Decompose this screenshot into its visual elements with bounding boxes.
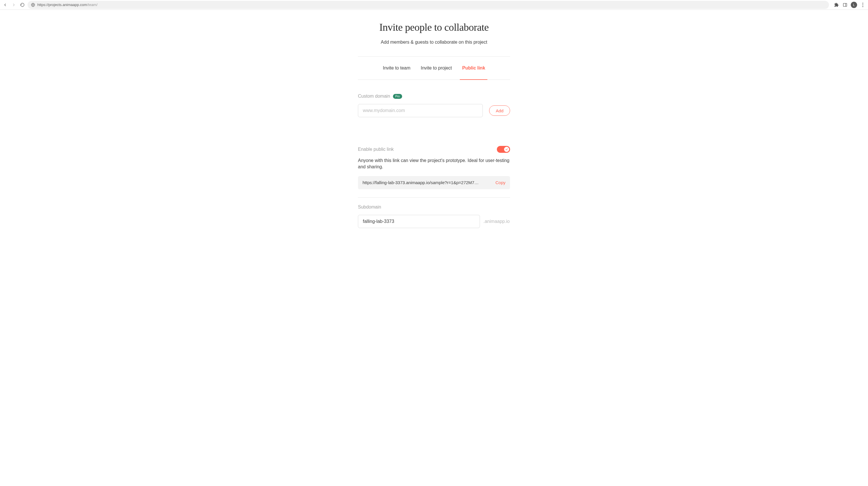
page-content: Invite people to collaborate Add members… (358, 10, 510, 245)
public-link-section: Enable public link Anyone with this link… (358, 146, 510, 228)
public-link-toggle[interactable] (497, 146, 510, 153)
globe-icon (31, 3, 35, 7)
custom-domain-section: Custom domain Pro Add (358, 94, 510, 117)
check-icon (505, 148, 508, 151)
extensions-icon[interactable] (834, 2, 839, 8)
custom-domain-input-row: Add (358, 104, 510, 117)
reload-icon (20, 3, 25, 7)
public-link-description: Anyone with this link can view the proje… (358, 158, 510, 170)
page-title: Invite people to collaborate (358, 21, 510, 33)
subdomain-suffix: .animaapp.io (484, 219, 510, 224)
divider (358, 197, 510, 198)
back-icon (3, 3, 7, 7)
address-bar[interactable]: https://projects.animaapp.com/team/ (28, 1, 829, 9)
panel-icon[interactable] (842, 2, 848, 8)
copy-button[interactable]: Copy (495, 180, 505, 185)
custom-domain-input[interactable] (358, 104, 483, 117)
svg-point-7 (863, 6, 863, 7)
menu-icon[interactable] (860, 2, 866, 8)
public-link-box: https://falling-lab-3373.animaapp.io/sam… (358, 176, 510, 189)
nav-buttons (2, 2, 25, 8)
add-button[interactable]: Add (489, 106, 510, 116)
svg-point-6 (863, 4, 863, 5)
subdomain-input[interactable] (358, 215, 480, 228)
back-button[interactable] (2, 2, 8, 8)
forward-icon (11, 3, 16, 7)
url-text: https://projects.animaapp.com/team/ (37, 3, 98, 7)
forward-button[interactable] (11, 2, 17, 8)
tab-bar: Invite to team Invite to project Public … (358, 56, 510, 80)
enable-public-link-row: Enable public link (358, 146, 510, 153)
profile-avatar[interactable]: L (851, 2, 857, 8)
svg-rect-3 (843, 3, 847, 6)
tab-public-link[interactable]: Public link (462, 57, 485, 80)
svg-point-5 (863, 3, 863, 3)
page-subtitle: Add members & guests to collaborate on t… (358, 40, 510, 45)
tab-invite-project[interactable]: Invite to project (421, 57, 452, 80)
pro-badge: Pro (393, 94, 402, 99)
public-link-url: https://falling-lab-3373.animaapp.io/sam… (363, 180, 492, 185)
subdomain-label: Subdomain (358, 204, 510, 210)
toggle-knob (504, 147, 509, 152)
browser-chrome: https://projects.animaapp.com/team/ L (0, 0, 868, 10)
chrome-right-icons: L (834, 2, 866, 8)
reload-button[interactable] (20, 2, 25, 8)
subdomain-row: .animaapp.io (358, 215, 510, 228)
custom-domain-label: Custom domain (358, 94, 390, 99)
tab-invite-team[interactable]: Invite to team (383, 57, 410, 80)
custom-domain-label-row: Custom domain Pro (358, 94, 510, 99)
enable-public-link-label: Enable public link (358, 147, 394, 152)
